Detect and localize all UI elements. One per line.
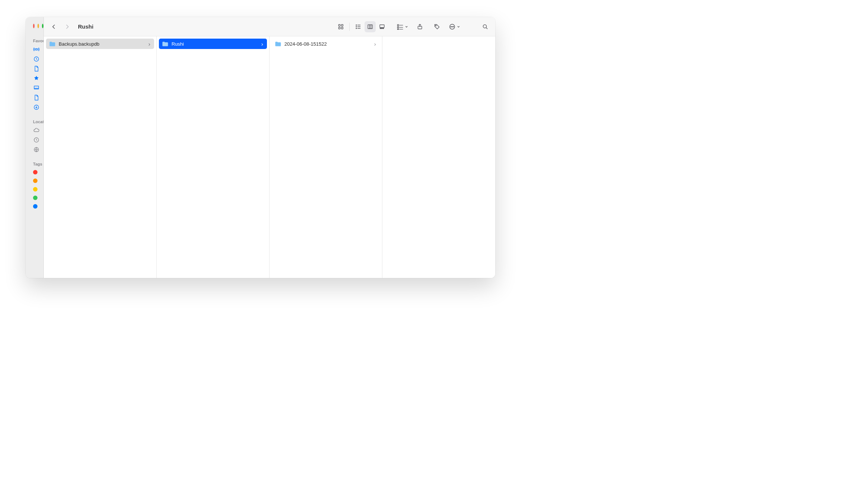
- sidebar-section-favourites: Favourites: [26, 36, 43, 45]
- svg-rect-18: [383, 28, 384, 29]
- sidebar-item-external-drive[interactable]: Lexar…: [26, 135, 43, 145]
- column-2[interactable]: 2024-06-08-151522: [270, 36, 382, 278]
- forward-button[interactable]: [62, 21, 73, 32]
- sidebar-item-applications[interactable]: Applicati…: [26, 73, 43, 83]
- sidebar-tag-blue[interactable]: Blue: [26, 202, 43, 210]
- folder-item-timestamp[interactable]: 2024-06-08-151522: [272, 39, 380, 49]
- tag-dot-icon: [33, 196, 37, 200]
- svg-point-0: [36, 49, 37, 50]
- toolbar-actions: [396, 21, 460, 32]
- column-preview: [382, 36, 495, 278]
- svg-point-11: [356, 24, 357, 25]
- svg-point-25: [451, 26, 451, 27]
- sidebar-item-recents[interactable]: Recents: [26, 54, 43, 64]
- search-button[interactable]: [480, 21, 491, 32]
- svg-rect-8: [342, 24, 343, 26]
- sidebar: Favourites AirDrop Recents ?: [26, 17, 44, 278]
- tags-button[interactable]: [431, 21, 443, 32]
- globe-icon: [33, 146, 40, 153]
- clock-icon: [33, 56, 40, 62]
- downloads-icon: [33, 104, 40, 111]
- action-menu-button[interactable]: [448, 23, 460, 30]
- item-label: Backups.backupdb: [59, 41, 144, 47]
- folder-item-backups[interactable]: Backups.backupdb: [46, 39, 154, 49]
- tag-dot-icon: [33, 204, 37, 209]
- document-icon: [33, 65, 40, 72]
- group-by-button[interactable]: [396, 23, 408, 30]
- window-title: Rushi: [78, 23, 94, 30]
- svg-point-27: [453, 26, 454, 27]
- minimize-window-button[interactable]: [37, 24, 39, 28]
- main-area: Rushi: [44, 17, 495, 278]
- item-label: Rushi: [172, 41, 257, 47]
- svg-rect-14: [368, 24, 372, 29]
- sidebar-item-airdrop[interactable]: AirDrop: [26, 45, 43, 54]
- chevron-right-icon: [260, 42, 264, 46]
- sidebar-tag-green[interactable]: Green: [26, 193, 43, 202]
- sidebar-tag-red[interactable]: Red: [26, 168, 43, 176]
- svg-rect-19: [398, 24, 399, 26]
- timemachine-icon: [33, 137, 40, 143]
- document-icon: [33, 94, 40, 101]
- finder-window: Favourites AirDrop Recents ?: [26, 17, 495, 278]
- item-label: 2024-06-08-151522: [284, 41, 370, 47]
- svg-rect-21: [398, 29, 399, 29]
- tag-dot-icon: [33, 179, 37, 183]
- svg-point-28: [483, 24, 486, 28]
- svg-rect-10: [342, 27, 343, 29]
- sidebar-item-documents[interactable]: Documents: [26, 93, 43, 102]
- folder-item-rushi[interactable]: Rushi: [159, 39, 267, 49]
- folder-icon: [275, 41, 281, 46]
- back-button[interactable]: [48, 21, 59, 32]
- tag-dot-icon: [33, 187, 37, 192]
- list-view-button[interactable]: [353, 21, 364, 32]
- chevron-right-icon: [373, 42, 377, 46]
- tag-dot-icon: [33, 170, 37, 174]
- gallery-view-button[interactable]: [376, 21, 388, 32]
- desktop-icon: [33, 85, 40, 91]
- svg-rect-20: [398, 27, 399, 28]
- sidebar-item-icloud[interactable]: iCloud Dri…: [26, 125, 43, 135]
- cloud-icon: [33, 127, 40, 134]
- column-view-button[interactable]: [365, 21, 376, 32]
- chevron-right-icon: [147, 42, 151, 46]
- zoom-window-button[interactable]: [42, 24, 43, 28]
- share-button[interactable]: [414, 21, 425, 32]
- svg-rect-9: [339, 27, 340, 29]
- svg-point-13: [356, 28, 357, 29]
- svg-rect-16: [380, 28, 381, 29]
- folder-icon: [49, 41, 56, 46]
- sidebar-item-desktop[interactable]: Desktop: [26, 83, 43, 93]
- sidebar-item-unknown[interactable]: ?: [26, 64, 43, 73]
- sidebar-section-tags: Tags: [26, 160, 43, 168]
- sidebar-tag-yellow[interactable]: Yellow: [26, 185, 43, 193]
- column-1[interactable]: Rushi: [157, 36, 270, 278]
- view-switcher: [335, 21, 388, 32]
- toolbar: Rushi: [44, 17, 495, 36]
- sidebar-section-locations: Locations: [26, 117, 43, 125]
- svg-point-12: [356, 26, 357, 27]
- close-window-button[interactable]: [33, 24, 35, 28]
- column-0[interactable]: Backups.backupdb: [44, 36, 157, 278]
- sidebar-item-downloads[interactable]: Downloads: [26, 102, 43, 112]
- folder-icon: [162, 41, 169, 46]
- svg-point-23: [435, 25, 436, 26]
- sidebar-item-network[interactable]: Network: [26, 145, 43, 154]
- window-controls: [26, 24, 43, 36]
- airdrop-icon: [33, 46, 40, 53]
- svg-rect-2: [34, 86, 39, 89]
- svg-rect-15: [380, 24, 384, 27]
- column-browser: Backups.backupdb Rushi: [44, 36, 495, 278]
- icon-view-button[interactable]: [335, 21, 346, 32]
- applications-icon: [33, 75, 40, 82]
- svg-point-26: [452, 26, 453, 27]
- svg-rect-7: [339, 24, 340, 26]
- svg-rect-17: [382, 28, 382, 29]
- sidebar-tag-orange[interactable]: Orange: [26, 176, 43, 185]
